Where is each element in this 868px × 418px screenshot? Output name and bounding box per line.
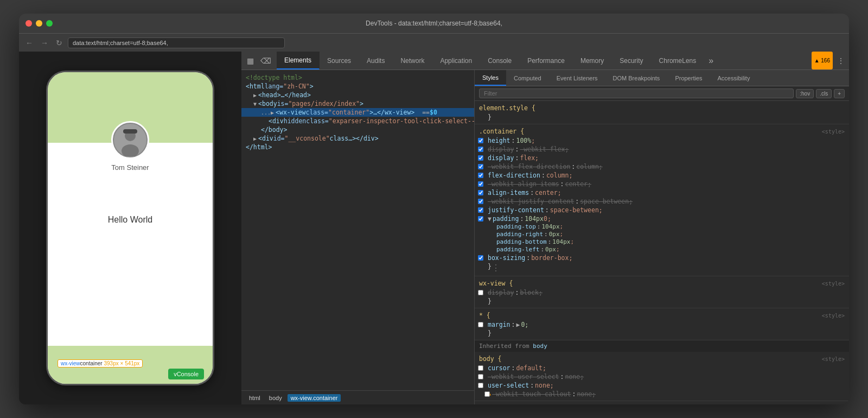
checkbox-margin[interactable] [478, 322, 483, 327]
dom-line-body[interactable]: ▼ <body is="pages/index/index"> [241, 99, 474, 108]
checkbox-webkit-touch[interactable] [484, 391, 490, 397]
tab-memory[interactable]: Memory [573, 52, 612, 69]
checkbox-box-sizing[interactable] [478, 255, 483, 261]
devtools-tabs: ▦ ⌫ Elements Sources Audits Network Appl… [241, 52, 849, 70]
margin-expand[interactable]: ▶ [516, 321, 520, 328]
tab-chromelens[interactable]: ChromeLens [652, 52, 705, 69]
tab-event-listeners[interactable]: Event Listeners [549, 70, 605, 86]
checkbox-padding[interactable] [478, 216, 483, 221]
checkbox-cursor[interactable] [478, 365, 483, 371]
svg-rect-4 [123, 129, 137, 134]
checkbox-height[interactable] [478, 138, 483, 143]
avatar-container [111, 121, 149, 159]
css-selector-star[interactable]: * { [479, 312, 490, 319]
forward-button[interactable]: → [39, 37, 50, 48]
tab-computed[interactable]: Computed [506, 70, 549, 86]
device-icon[interactable]: ⌫ [259, 55, 272, 66]
warning-badge: ▲ 166 [812, 52, 833, 69]
css-padding-bottom: padding-bottom:104px; [475, 238, 849, 246]
padding-expand[interactable]: ▼ [488, 215, 492, 223]
maximize-button[interactable] [46, 20, 53, 27]
tab-network[interactable]: Network [393, 52, 432, 69]
breadcrumb-body[interactable]: body [266, 394, 285, 402]
css-prop-flex-direction: flex-direction:column; [475, 171, 849, 180]
checkbox-justify-content[interactable] [478, 207, 483, 213]
dom-line-head[interactable]: ▶ <head>…</head> [241, 91, 474, 99]
checkbox-user-select[interactable] [478, 383, 483, 388]
dom-pane: <!doctype html> <html lang="zh-CN"> ▶ <h… [241, 70, 475, 404]
checkbox-wxview-display[interactable] [478, 290, 483, 295]
css-selector-container[interactable]: .container { [479, 128, 524, 135]
css-rule-wxview: wx-view { <style> display:block; } [475, 276, 849, 308]
add-style-button[interactable]: + [834, 89, 845, 98]
tab-styles[interactable]: Styles [475, 70, 506, 86]
css-source-wxview: <style> [822, 281, 845, 287]
tab-security[interactable]: Security [612, 52, 651, 69]
css-rule-star: * { <style> margin: ▶ 0; } [475, 308, 849, 340]
dom-line-body-close[interactable]: </body> [241, 125, 474, 134]
css-source-star: <style> [822, 313, 845, 319]
more-tabs-button[interactable]: » [704, 52, 718, 69]
css-content: element.style { } .container { <style> [475, 101, 849, 404]
breadcrumb-html[interactable]: html [246, 394, 264, 402]
dom-line-div-hidden[interactable]: <div hidden class="exparser-inspector-to… [241, 117, 474, 125]
css-source-container: <style> [822, 129, 845, 135]
user-name: Tom Steiner [111, 163, 149, 172]
css-prop-webkit-touch-callout: ▲ -webkit-touch-callout:none; [475, 390, 849, 398]
css-selector-element-style[interactable]: element.style { [479, 104, 535, 112]
size-badge-separator: container [80, 360, 103, 366]
avatar-image [114, 124, 146, 156]
checkbox-webkit-align-items[interactable] [478, 181, 483, 187]
css-prop-align-items: align-items:center; [475, 188, 849, 197]
dom-line-wx-view[interactable]: ... ▶ <wx-view class="container">…</wx-v… [241, 108, 474, 117]
checkbox-webkit-justify[interactable] [478, 199, 483, 204]
css-padding-right: padding-right:0px; [475, 231, 849, 238]
checkbox-webkit-flex-direction[interactable] [478, 164, 483, 169]
back-button[interactable]: ← [23, 37, 35, 48]
reload-button[interactable]: ↻ [54, 37, 65, 48]
css-prop-display-webkit: display:-webkit-flex; [475, 145, 849, 154]
tab-elements[interactable]: Elements [277, 52, 320, 69]
checkbox-flex-direction[interactable] [478, 173, 483, 178]
devtools-menu-button[interactable]: ⋮ [833, 52, 849, 69]
title-bar: DevTools - data:text/html;charset=utf-8;… [19, 14, 849, 33]
dom-line-vconsole[interactable]: ▶ <div id="__vconsole" class…></div> [241, 134, 474, 143]
breadcrumb-wxview[interactable]: wx-view.container [288, 394, 341, 402]
inherited-header-body: Inherited from body [475, 340, 849, 352]
app-green-bottom: wx-viewcontainer 393px × 541px vConsole [48, 346, 213, 384]
window-title: DevTools - data:text/html;charset=utf-8;… [366, 20, 502, 27]
dom-line-html[interactable]: <html lang="zh-CN"> [241, 82, 474, 91]
checkbox-display[interactable] [478, 155, 483, 161]
tab-console[interactable]: Console [480, 52, 520, 69]
inspect-icon[interactable]: ▦ [246, 55, 255, 66]
hov-button[interactable]: :hov [796, 89, 814, 98]
dom-line-doctype[interactable]: <!doctype html> [241, 73, 474, 82]
css-selector-body[interactable]: body { [479, 355, 502, 363]
css-rule-header-element-style: element.style { [475, 103, 849, 113]
size-badge-dimensions: 393px × 541px [104, 360, 139, 366]
tab-properties[interactable]: Properties [667, 70, 710, 86]
close-button[interactable] [25, 20, 32, 27]
vconsole-button[interactable]: vConsole [168, 369, 204, 379]
tab-performance[interactable]: Performance [520, 52, 573, 69]
tab-dom-breakpoints[interactable]: DOM Breakpoints [605, 70, 668, 86]
cls-button[interactable]: .cls [816, 89, 832, 98]
checkbox-align-items[interactable] [478, 190, 483, 195]
css-prop-padding: ▼ padding:104px 0; [475, 214, 849, 223]
address-bar[interactable] [68, 37, 285, 48]
css-prop-justify-content: justify-content:space-between; [475, 206, 849, 214]
tab-accessibility[interactable]: Accessibility [710, 70, 758, 86]
device-screen: Tom Steiner Hello World wx-viewcontainer… [48, 72, 213, 384]
hello-world-text: Hello World [108, 215, 152, 225]
checkbox-display-webkit[interactable] [478, 147, 483, 152]
css-selector-wxview[interactable]: wx-view { [479, 280, 513, 287]
tab-audits[interactable]: Audits [359, 52, 393, 69]
checkbox-webkit-user-select[interactable] [478, 374, 483, 379]
minimize-button[interactable] [36, 20, 42, 27]
filter-input[interactable] [479, 88, 794, 98]
dom-line-html-close[interactable]: </html> [241, 143, 474, 151]
filter-bar: :hov .cls + [475, 86, 849, 101]
tab-application[interactable]: Application [432, 52, 480, 69]
css-more-icon[interactable]: ⋮ [492, 263, 500, 273]
tab-sources[interactable]: Sources [320, 52, 359, 69]
